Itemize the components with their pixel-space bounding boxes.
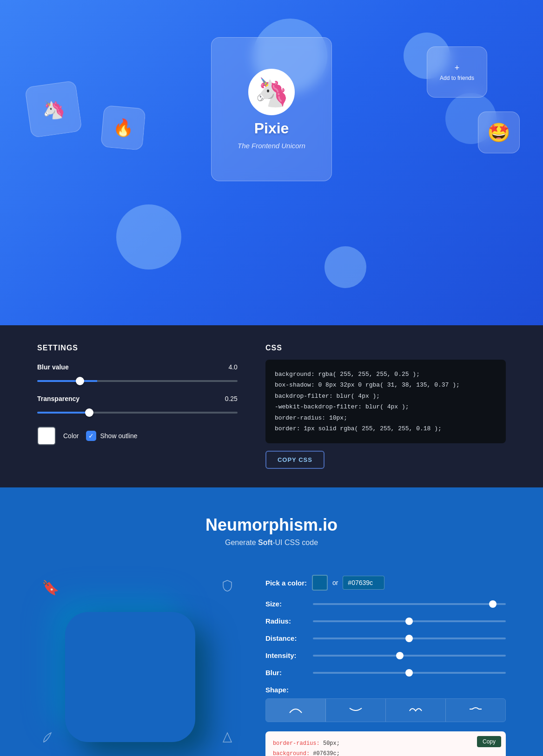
css-output-code: border-radius: 50px; background: #07639c… [273,739,498,756]
color-pick-label: Pick a color: [265,579,307,587]
profile-subtitle: The Frontend Unicorn [238,142,305,150]
show-outline-container: ✓ Show outline [86,431,137,441]
hex-input[interactable] [343,576,384,590]
intensity-control-row: Intensity: [265,651,506,659]
radius-control-row: Radius: [265,617,506,625]
radius-label: Radius: [265,617,307,625]
blur-slider-neuro[interactable] [313,672,506,674]
blur-label: Blur value 4.0 [37,363,238,371]
color-row: Color ✓ Show outline [37,427,238,445]
neumorphism-content: 🔖 Pick a color: [37,575,506,756]
color-pick-row: Pick a color: or [265,575,506,591]
color-swatch[interactable] [37,427,56,445]
copy-button[interactable]: Copy [477,736,501,747]
fire-emoji: 🔥 [112,117,134,138]
size-control-row: Size: [265,600,506,608]
glass-card-main: 🦄 Pixie The Frontend Unicorn [211,37,332,181]
blur-control-row: Blur: [265,669,506,677]
css-title: CSS [265,344,506,352]
neumorphism-title: Neumorphism.io [37,515,506,535]
color-label: Color [63,432,79,440]
shape-row: Shape: [265,686,506,722]
avatar: 🦄 [248,69,295,115]
corner-leaf-icon [42,731,53,747]
neumorphism-header: Neumorphism.io Generate Soft-UI CSS code [37,515,506,547]
blur-label-neuro: Blur: [265,669,307,677]
neumorphism-controls: Pick a color: or Size: Radius: Distance: [265,575,506,756]
add-friends-label: Add to friends [440,75,474,81]
css-code: background: rgba( 255, 255, 255, 0.25 );… [275,369,497,434]
shape-buttons [265,698,506,722]
neumorphism-preview-area: 🔖 [37,575,238,756]
star-emoji: 🤩 [487,122,510,144]
unicorn-emoji: 🦄 [40,97,66,122]
corner-shield-icon [222,579,233,595]
neumorphism-subtitle: Generate Soft-UI CSS code [37,539,506,547]
intensity-label: Intensity: [265,651,307,659]
shape-label: Shape: [265,686,506,694]
distance-control-row: Distance: [265,634,506,642]
glass-section: 🦄 🔥 🦄 Pixie The Frontend Unicorn + Add t… [0,0,543,325]
size-label: Size: [265,600,307,608]
shape-btn-3[interactable] [386,699,446,722]
glass-card-unicorn: 🦄 [25,80,82,138]
settings-panel: SETTINGS Blur value 4.0 Transparency 0.2… [0,325,543,487]
neumorphism-section: Neumorphism.io Generate Soft-UI CSS code… [0,487,543,756]
corner-bookmark-icon: 🔖 [42,579,59,596]
transparency-label: Transparency 0.25 [37,395,238,402]
shape-btn-2[interactable] [326,699,386,722]
glass-card-add-friends[interactable]: + Add to friends [427,46,487,98]
settings-title: SETTINGS [37,344,238,352]
show-outline-label: Show outline [100,432,137,440]
glass-card-star: 🤩 [478,112,520,153]
profile-name: Pixie [254,120,289,137]
add-plus-icon: + [455,63,460,73]
intensity-slider[interactable] [313,655,506,657]
corner-triangle-icon [222,731,233,747]
settings-left: SETTINGS Blur value 4.0 Transparency 0.2… [37,344,238,469]
blur-slider-container: Blur value 4.0 [37,363,238,384]
distance-label: Distance: [265,634,307,642]
blur-slider[interactable] [37,380,238,382]
transparency-slider[interactable] [37,412,238,414]
copy-css-button[interactable]: COPY CSS [265,451,324,469]
transparency-slider-container: Transparency 0.25 [37,395,238,415]
shape-btn-1[interactable] [266,699,326,722]
blob-3 [116,204,181,270]
shape-btn-4[interactable] [446,699,505,722]
blob-4 [324,246,366,288]
size-slider[interactable] [313,603,506,605]
glass-card-fire: 🔥 [100,105,146,151]
css-code-block: background: rgba( 255, 255, 255, 0.25 );… [265,360,506,443]
distance-slider[interactable] [313,638,506,639]
show-outline-checkbox[interactable]: ✓ [86,431,96,441]
settings-right: CSS background: rgba( 255, 255, 255, 0.2… [265,344,506,469]
color-box[interactable] [312,575,328,591]
radius-slider[interactable] [313,620,506,622]
css-output: Copy border-radius: 50px; background: #0… [265,731,506,756]
neumorphism-preview-box [65,612,195,742]
